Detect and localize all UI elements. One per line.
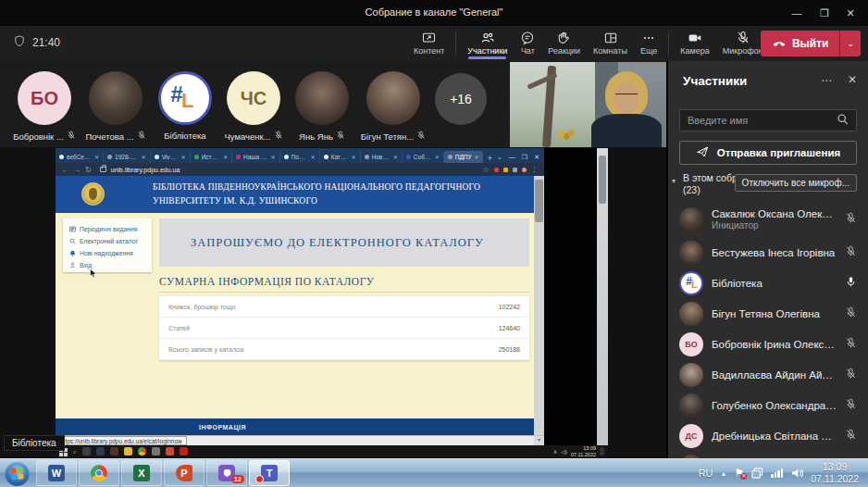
more-button[interactable]: Еще — [634, 28, 663, 57]
participant-row[interactable]: Сакалюк Оксана ОлександрівнаИнициатор — [668, 202, 868, 237]
leave-options-chevron[interactable]: ⌄ — [840, 31, 861, 56]
clock[interactable]: 13:09 07.11.2022 — [811, 461, 859, 485]
participant-tile[interactable]: Почетова ... — [81, 62, 151, 147]
tab-close-icon[interactable]: ✕ — [393, 154, 398, 160]
browser-menu-icon[interactable]: ⋮ — [531, 166, 539, 173]
participant-row[interactable]: ДСДребницька Світлана Сергіївна — [668, 420, 868, 451]
teams-taskbar-button[interactable]: T — [249, 460, 290, 486]
reactions-button[interactable]: Реакции — [541, 28, 587, 57]
shared-folder-icon[interactable] — [124, 447, 132, 456]
viber-taskbar-button[interactable]: 12 — [206, 460, 247, 486]
shared-app-icon[interactable] — [110, 447, 118, 456]
participant-tile[interactable]: Янь Янь — [287, 62, 357, 147]
profile-avatar-icon[interactable] — [522, 168, 527, 172]
tab-close-icon[interactable]: ✕ — [94, 154, 99, 160]
participant-row[interactable]: #LБібліотека — [668, 268, 868, 298]
tab-close-icon[interactable]: ✕ — [475, 154, 479, 160]
mute-all-button[interactable]: Отключить все микроф... — [735, 174, 857, 192]
active-speaker-video-tile[interactable] — [510, 62, 666, 147]
shared-volume-icon[interactable]: ◁) — [561, 448, 567, 455]
site-menu-item[interactable]: Нові надходження — [69, 247, 152, 259]
volume-icon[interactable] — [791, 468, 803, 479]
browser-tab[interactable]: Каталог✕ — [320, 151, 361, 163]
scroll-down-arrow[interactable]: ▾ — [534, 436, 544, 445]
extension-icon[interactable] — [503, 168, 508, 172]
browser-tab[interactable]: Новости✕ — [361, 151, 403, 163]
rooms-button[interactable]: Комнаты — [587, 28, 634, 57]
site-menu-item[interactable]: Вхід — [69, 259, 152, 271]
chrome-taskbar-button[interactable] — [79, 460, 119, 486]
browser-url-bar[interactable]: ← → ↻ unib.library.pdpu.edu.ua ☆ ⋮ — [56, 163, 544, 176]
section-collapse-chevron[interactable]: ▾ — [672, 177, 676, 185]
new-tab-button[interactable]: + — [483, 154, 497, 163]
close-button[interactable]: ✕ — [838, 6, 862, 20]
bookmark-star-icon[interactable]: ☆ — [483, 166, 490, 174]
mic-muted-icon[interactable] — [845, 244, 857, 261]
shared-window-control[interactable]: ❐ — [522, 154, 527, 161]
browser-tab[interactable]: История✕ — [191, 151, 232, 163]
language-indicator[interactable]: RU — [699, 468, 713, 479]
participant-tile[interactable]: БОБобровнік ... — [9, 62, 80, 147]
browser-tab[interactable]: вебСервис✕ — [56, 151, 104, 163]
url-text[interactable]: unib.library.pdpu.edu.ua — [111, 167, 478, 173]
browser-tab[interactable]: 1928-1959✕ — [104, 151, 151, 163]
participant-tile[interactable]: ЧСЧумаченк... — [218, 62, 289, 147]
shared-show-desktop[interactable] — [600, 447, 604, 456]
participant-row[interactable]: Бестужева Інеса Ігорівна — [668, 237, 868, 268]
mic-muted-icon[interactable] — [845, 367, 857, 383]
forward-icon[interactable]: → — [73, 166, 81, 174]
participant-tile[interactable]: Бігун Тетян... — [358, 62, 428, 147]
shared-window-control[interactable]: ⌄ — [497, 154, 502, 161]
content-button[interactable]: Контент — [407, 28, 451, 57]
tray-expand-chevron[interactable]: ▲ — [721, 470, 727, 477]
shared-app-icon[interactable] — [180, 447, 188, 456]
send-invite-button[interactable]: Отправка приглашения — [679, 141, 857, 165]
mic-muted-icon[interactable] — [845, 428, 857, 444]
tray-window-icon[interactable] — [751, 468, 763, 479]
shared-app-icon[interactable] — [166, 447, 174, 456]
camera-button[interactable]: Камера — [674, 28, 715, 57]
mic-muted-icon[interactable] — [845, 306, 857, 322]
tab-close-icon[interactable]: ✕ — [435, 154, 440, 160]
mic-muted-icon[interactable] — [845, 397, 857, 414]
shared-chrome-icon[interactable] — [138, 447, 146, 456]
shared-window-control[interactable]: ✕ — [534, 154, 539, 161]
extension-icon[interactable] — [513, 168, 517, 172]
tab-close-icon[interactable]: ✕ — [352, 154, 356, 160]
word-taskbar-button[interactable]: W — [36, 460, 77, 486]
shared-tray-chevron[interactable]: ∧ — [553, 448, 557, 455]
panel-more-icon[interactable]: ⋯ — [821, 74, 833, 87]
panel-close-icon[interactable]: ✕ — [848, 73, 857, 86]
powerpoint-taskbar-button[interactable]: P — [164, 460, 205, 486]
browser-tab[interactable]: Vivaldi✕ — [151, 151, 191, 163]
shared-window-control[interactable]: — — [509, 154, 515, 160]
network-signal-icon[interactable] — [771, 468, 784, 478]
participant-row[interactable]: БОБобровнік Ірина Олександрівна — [668, 329, 868, 359]
shared-app-icon[interactable] — [152, 447, 160, 456]
tab-close-icon[interactable]: ✕ — [181, 154, 186, 160]
tab-close-icon[interactable]: ✕ — [223, 154, 228, 160]
tab-close-icon[interactable]: ✕ — [142, 154, 146, 160]
participant-row[interactable]: Вадиллаєва Айдин Айдин — [668, 359, 868, 390]
maximize-button[interactable]: ❐ — [812, 6, 837, 20]
reload-icon[interactable]: ↻ — [85, 166, 92, 174]
shared-clock[interactable]: 13:09 07.11.2022 — [571, 445, 596, 456]
participant-row[interactable]: Голубенко Олександра Вікторі... — [668, 390, 868, 420]
shared-search-icon[interactable]: ⌕ — [73, 448, 77, 456]
minimize-button[interactable]: — — [785, 6, 809, 20]
tab-close-icon[interactable]: ✕ — [311, 154, 316, 160]
site-menu-item[interactable]: Електроний каталог — [69, 235, 152, 247]
site-menu-item[interactable]: Періодичні видання — [69, 223, 152, 235]
browser-tab[interactable]: Собра...✕ — [403, 151, 444, 163]
participants-button[interactable]: Участники — [461, 28, 514, 57]
start-button[interactable] — [5, 461, 30, 486]
excel-taskbar-button[interactable]: X — [121, 460, 162, 486]
shared-app-icon[interactable] — [96, 447, 105, 456]
participant-tile[interactable]: #LБібліотека — [150, 62, 220, 147]
back-icon[interactable]: ← — [61, 166, 68, 174]
chat-button[interactable]: Чат — [514, 28, 541, 57]
page-scrollbar[interactable] — [534, 176, 544, 435]
browser-tab[interactable]: Поиск✕ — [280, 151, 320, 163]
mic-muted-icon[interactable] — [845, 211, 857, 228]
browser-tab[interactable]: Наша исто✕ — [232, 151, 280, 163]
